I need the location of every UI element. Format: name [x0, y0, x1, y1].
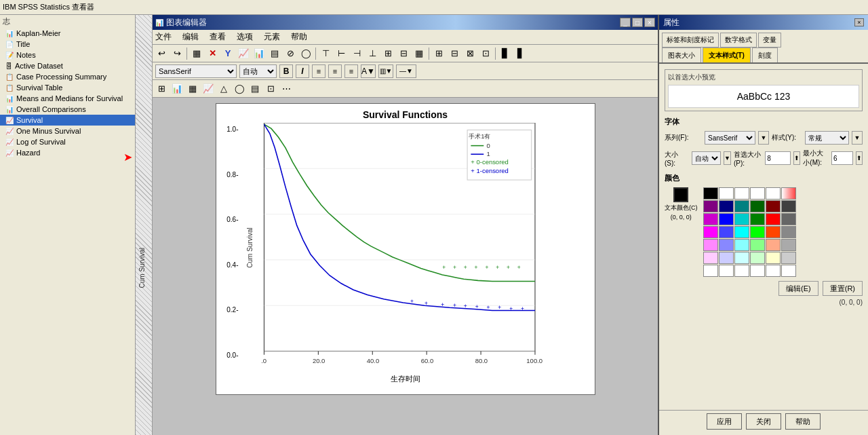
close-dialog-btn[interactable]: 关闭	[746, 413, 781, 430]
color-cell-palegreen[interactable]	[750, 252, 765, 264]
sidebar-item-title[interactable]: 📄 Title	[0, 39, 135, 50]
pie-chart-btn[interactable]: ◯	[232, 81, 247, 96]
scatter2-btn[interactable]: ⋯	[279, 81, 294, 96]
line-style-btn[interactable]: —▼	[396, 64, 416, 78]
text-color-btn[interactable]: A▼	[361, 64, 376, 78]
sidebar-item-case-processing[interactable]: 📋 Case Processing Summary	[0, 71, 135, 82]
color-cell-verylightgray[interactable]	[781, 252, 796, 264]
font-style-select[interactable]: 常规	[805, 131, 849, 145]
axis2-btn[interactable]: ⊢	[334, 46, 349, 61]
color-cell-gray[interactable]	[781, 213, 796, 225]
color-cell-lightgreen[interactable]	[750, 239, 765, 251]
sidebar-item-active-dataset[interactable]: 🗄 Active Dataset	[0, 60, 135, 71]
color-cell-lightgray[interactable]	[781, 239, 796, 251]
chart-type2-btn[interactable]: 📊	[252, 46, 267, 61]
sidebar-item-notes[interactable]: 📝 Notes	[0, 50, 135, 60]
color-cell-lime[interactable]	[750, 226, 765, 238]
scatter-btn[interactable]: ⊞	[154, 81, 169, 96]
color-cell-w5[interactable]	[766, 265, 781, 277]
align-center-btn[interactable]: ≡	[328, 64, 342, 78]
color-cell-darkgreen[interactable]	[750, 200, 765, 212]
chart-plot-container[interactable]: Survival Functions 1.0- 0.8- 0.6- 0.4- 0…	[216, 103, 595, 395]
chart-menu-help[interactable]: 帮助	[291, 31, 307, 43]
min-spin-btn[interactable]: ⬆	[856, 151, 863, 165]
hist-btn[interactable]: ▤	[248, 81, 262, 96]
reset-color-btn[interactable]: 重置(R)	[823, 281, 863, 296]
size-dropdown-btn[interactable]: ▼	[724, 151, 731, 165]
color-cell-darkblue[interactable]	[719, 200, 734, 212]
color-cell-lightcyan[interactable]	[734, 239, 749, 251]
bar2-btn[interactable]: ▋	[513, 46, 528, 61]
color-cell-w2[interactable]	[719, 265, 734, 277]
color-cell-red[interactable]	[766, 213, 781, 225]
axis3-btn[interactable]: ⊣	[349, 46, 364, 61]
color-cell-purple[interactable]	[703, 200, 718, 212]
color-cell-w1[interactable]	[703, 265, 718, 277]
minimize-btn[interactable]: _	[620, 18, 631, 27]
color-cell-orange[interactable]	[766, 226, 781, 238]
color-cell-black[interactable]	[703, 187, 718, 200]
text-color-swatch[interactable]	[673, 187, 688, 202]
grid2-btn[interactable]: ⊟	[396, 46, 411, 61]
grid1-btn[interactable]: ⊞	[380, 46, 395, 61]
color-cell-darkred[interactable]	[766, 200, 781, 212]
fill-color-btn[interactable]: ▥▼	[378, 64, 393, 78]
undo-btn[interactable]: ↩	[154, 46, 169, 61]
boxplot-btn[interactable]: ⊡	[263, 81, 278, 96]
help-btn[interactable]: 帮助	[785, 413, 821, 430]
color-cell-teal[interactable]	[734, 200, 749, 212]
sidebar-item-one-minus[interactable]: 📈 One Minus Survival	[0, 126, 135, 136]
sidebar-item-survival-table[interactable]: 📋 Survival Table	[0, 82, 135, 93]
color-cell-w4[interactable]	[750, 265, 765, 277]
chart-type4-btn[interactable]: ⊘	[283, 46, 298, 61]
color-cell-cyan[interactable]	[734, 226, 749, 238]
chart-type3-btn[interactable]: ▤	[267, 46, 282, 61]
color-cell-palepink[interactable]	[703, 252, 718, 264]
bar-chart-btn[interactable]: 📊	[170, 81, 184, 96]
align-right-btn[interactable]: ≡	[344, 64, 358, 78]
tab-chart-size[interactable]: 图表大小	[662, 48, 701, 62]
y-btn[interactable]: Y	[220, 46, 235, 61]
color-cell-medblue[interactable]	[719, 226, 734, 238]
sidebar-item-survival[interactable]: 📈 Survival	[0, 115, 135, 126]
preferred-size-input[interactable]	[765, 151, 791, 165]
chart-menu-options[interactable]: 选项	[237, 31, 253, 43]
color-cell-lightblue[interactable]	[719, 239, 734, 251]
color-cell-white1[interactable]	[719, 187, 734, 200]
line-chart-btn[interactable]: 📈	[201, 81, 216, 96]
tab-text-style[interactable]: 文本样式(T)	[703, 48, 751, 62]
sidebar-item-means[interactable]: 📊 Means and Medians for Survival	[0, 93, 135, 104]
props-close-btn[interactable]: ×	[854, 18, 864, 26]
chart-menu-elements[interactable]: 元素	[264, 31, 280, 43]
tab-variable[interactable]: 变量	[758, 33, 781, 48]
color-cell-magenta[interactable]	[703, 213, 718, 225]
sidebar-item-kaplan[interactable]: 📊 Kaplan-Meier	[0, 28, 135, 39]
axis4-btn[interactable]: ⊥	[365, 46, 380, 61]
tab-label-scale[interactable]: 标签和刻度标记	[662, 33, 719, 48]
bold-btn[interactable]: B	[279, 64, 293, 78]
tab-scale[interactable]: 刻度	[752, 48, 778, 62]
align-left-btn[interactable]: ≡	[312, 64, 326, 78]
color-cell-blue[interactable]	[719, 213, 734, 225]
color-cell-paleblue[interactable]	[719, 252, 734, 264]
font-size-select[interactable]: 自动	[239, 64, 277, 78]
table2-btn[interactable]: ⊟	[447, 46, 462, 61]
preferred-spin-btn[interactable]: ⬆	[793, 151, 800, 165]
chart-menu-view[interactable]: 查看	[210, 31, 226, 43]
font-size-prop-select[interactable]: 自动	[692, 151, 721, 165]
italic-btn[interactable]: I	[296, 64, 309, 78]
axis1-btn[interactable]: ⊤	[318, 46, 333, 61]
color-cell-white4[interactable]	[766, 187, 781, 200]
color-cell-palecyan[interactable]	[734, 252, 749, 264]
color-cell-paleyellow[interactable]	[766, 252, 781, 264]
sidebar-item-log[interactable]: 📈 Log of Survival	[0, 136, 135, 147]
color-cell-medgray[interactable]	[781, 226, 796, 238]
sidebar-item-hazard[interactable]: 📈 Hazard	[0, 147, 135, 158]
chart-type1-btn[interactable]: 📈	[236, 46, 251, 61]
font-family-select[interactable]: SansSerif	[155, 64, 237, 78]
min-size-input[interactable]	[831, 151, 853, 165]
font-family-prop-select[interactable]: SansSerif	[705, 131, 755, 145]
color-cell-w6[interactable]	[781, 265, 796, 277]
color-cell-darkgray[interactable]	[781, 200, 796, 212]
style-dropdown-btn[interactable]: ▼	[852, 131, 863, 145]
